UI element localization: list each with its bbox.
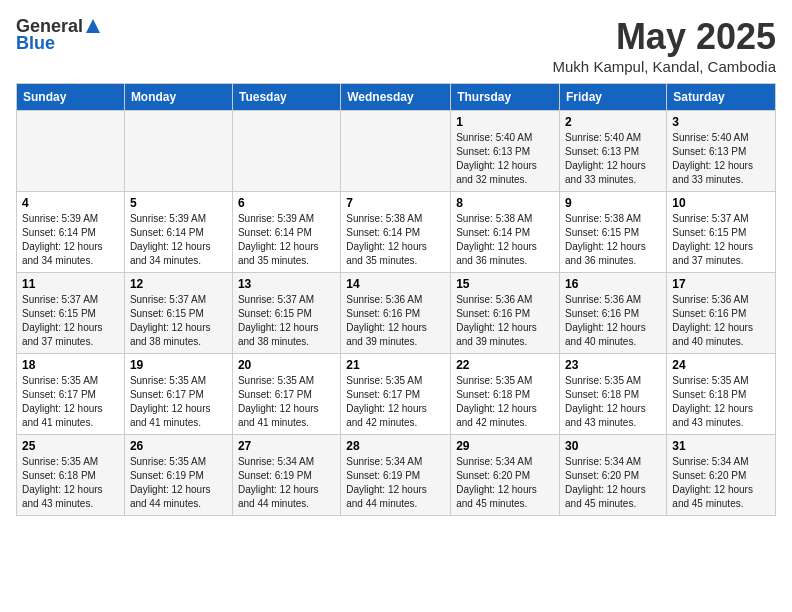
day-detail: Sunrise: 5:38 AMSunset: 6:15 PMDaylight:…: [565, 212, 661, 268]
calendar-cell: 31Sunrise: 5:34 AMSunset: 6:20 PMDayligh…: [667, 435, 776, 516]
weekday-header-row: SundayMondayTuesdayWednesdayThursdayFrid…: [17, 84, 776, 111]
calendar-week-5: 25Sunrise: 5:35 AMSunset: 6:18 PMDayligh…: [17, 435, 776, 516]
day-number: 9: [565, 196, 661, 210]
calendar-cell: 5Sunrise: 5:39 AMSunset: 6:14 PMDaylight…: [124, 192, 232, 273]
calendar-cell: [341, 111, 451, 192]
day-detail: Sunrise: 5:35 AMSunset: 6:17 PMDaylight:…: [130, 374, 227, 430]
logo: General Blue: [16, 16, 102, 54]
day-detail: Sunrise: 5:39 AMSunset: 6:14 PMDaylight:…: [130, 212, 227, 268]
day-number: 16: [565, 277, 661, 291]
calendar-cell: 1Sunrise: 5:40 AMSunset: 6:13 PMDaylight…: [451, 111, 560, 192]
location-title: Mukh Kampul, Kandal, Cambodia: [553, 58, 776, 75]
day-detail: Sunrise: 5:37 AMSunset: 6:15 PMDaylight:…: [672, 212, 770, 268]
calendar-cell: 21Sunrise: 5:35 AMSunset: 6:17 PMDayligh…: [341, 354, 451, 435]
calendar-cell: 22Sunrise: 5:35 AMSunset: 6:18 PMDayligh…: [451, 354, 560, 435]
calendar-cell: 12Sunrise: 5:37 AMSunset: 6:15 PMDayligh…: [124, 273, 232, 354]
day-detail: Sunrise: 5:38 AMSunset: 6:14 PMDaylight:…: [456, 212, 554, 268]
day-detail: Sunrise: 5:37 AMSunset: 6:15 PMDaylight:…: [22, 293, 119, 349]
day-detail: Sunrise: 5:40 AMSunset: 6:13 PMDaylight:…: [672, 131, 770, 187]
day-number: 10: [672, 196, 770, 210]
title-block: May 2025 Mukh Kampul, Kandal, Cambodia: [553, 16, 776, 75]
day-number: 15: [456, 277, 554, 291]
calendar-cell: [124, 111, 232, 192]
day-detail: Sunrise: 5:39 AMSunset: 6:14 PMDaylight:…: [22, 212, 119, 268]
day-detail: Sunrise: 5:40 AMSunset: 6:13 PMDaylight:…: [565, 131, 661, 187]
page-header: General Blue May 2025 Mukh Kampul, Kanda…: [16, 16, 776, 75]
day-detail: Sunrise: 5:36 AMSunset: 6:16 PMDaylight:…: [672, 293, 770, 349]
day-detail: Sunrise: 5:34 AMSunset: 6:19 PMDaylight:…: [238, 455, 335, 511]
calendar-cell: 28Sunrise: 5:34 AMSunset: 6:19 PMDayligh…: [341, 435, 451, 516]
calendar-cell: [232, 111, 340, 192]
day-number: 2: [565, 115, 661, 129]
month-title: May 2025: [553, 16, 776, 58]
day-number: 1: [456, 115, 554, 129]
day-detail: Sunrise: 5:35 AMSunset: 6:17 PMDaylight:…: [22, 374, 119, 430]
day-number: 6: [238, 196, 335, 210]
weekday-header-sunday: Sunday: [17, 84, 125, 111]
day-detail: Sunrise: 5:35 AMSunset: 6:18 PMDaylight:…: [672, 374, 770, 430]
day-detail: Sunrise: 5:38 AMSunset: 6:14 PMDaylight:…: [346, 212, 445, 268]
weekday-header-saturday: Saturday: [667, 84, 776, 111]
day-number: 19: [130, 358, 227, 372]
calendar-cell: 7Sunrise: 5:38 AMSunset: 6:14 PMDaylight…: [341, 192, 451, 273]
calendar-cell: 3Sunrise: 5:40 AMSunset: 6:13 PMDaylight…: [667, 111, 776, 192]
day-detail: Sunrise: 5:37 AMSunset: 6:15 PMDaylight:…: [130, 293, 227, 349]
day-detail: Sunrise: 5:36 AMSunset: 6:16 PMDaylight:…: [456, 293, 554, 349]
day-detail: Sunrise: 5:35 AMSunset: 6:18 PMDaylight:…: [565, 374, 661, 430]
day-detail: Sunrise: 5:34 AMSunset: 6:19 PMDaylight:…: [346, 455, 445, 511]
calendar-cell: 9Sunrise: 5:38 AMSunset: 6:15 PMDaylight…: [560, 192, 667, 273]
day-number: 27: [238, 439, 335, 453]
day-detail: Sunrise: 5:34 AMSunset: 6:20 PMDaylight:…: [456, 455, 554, 511]
day-detail: Sunrise: 5:35 AMSunset: 6:17 PMDaylight:…: [346, 374, 445, 430]
day-number: 28: [346, 439, 445, 453]
day-detail: Sunrise: 5:36 AMSunset: 6:16 PMDaylight:…: [565, 293, 661, 349]
calendar-cell: 26Sunrise: 5:35 AMSunset: 6:19 PMDayligh…: [124, 435, 232, 516]
day-number: 13: [238, 277, 335, 291]
calendar-cell: 17Sunrise: 5:36 AMSunset: 6:16 PMDayligh…: [667, 273, 776, 354]
day-number: 21: [346, 358, 445, 372]
calendar-cell: [17, 111, 125, 192]
weekday-header-tuesday: Tuesday: [232, 84, 340, 111]
calendar-cell: 30Sunrise: 5:34 AMSunset: 6:20 PMDayligh…: [560, 435, 667, 516]
day-detail: Sunrise: 5:34 AMSunset: 6:20 PMDaylight:…: [565, 455, 661, 511]
day-detail: Sunrise: 5:34 AMSunset: 6:20 PMDaylight:…: [672, 455, 770, 511]
day-detail: Sunrise: 5:35 AMSunset: 6:19 PMDaylight:…: [130, 455, 227, 511]
logo-icon: [84, 17, 102, 35]
calendar-cell: 25Sunrise: 5:35 AMSunset: 6:18 PMDayligh…: [17, 435, 125, 516]
calendar-week-2: 4Sunrise: 5:39 AMSunset: 6:14 PMDaylight…: [17, 192, 776, 273]
calendar-cell: 20Sunrise: 5:35 AMSunset: 6:17 PMDayligh…: [232, 354, 340, 435]
calendar-cell: 29Sunrise: 5:34 AMSunset: 6:20 PMDayligh…: [451, 435, 560, 516]
calendar-cell: 2Sunrise: 5:40 AMSunset: 6:13 PMDaylight…: [560, 111, 667, 192]
calendar-week-3: 11Sunrise: 5:37 AMSunset: 6:15 PMDayligh…: [17, 273, 776, 354]
calendar-table: SundayMondayTuesdayWednesdayThursdayFrid…: [16, 83, 776, 516]
day-number: 4: [22, 196, 119, 210]
day-detail: Sunrise: 5:39 AMSunset: 6:14 PMDaylight:…: [238, 212, 335, 268]
weekday-header-wednesday: Wednesday: [341, 84, 451, 111]
day-number: 26: [130, 439, 227, 453]
weekday-header-thursday: Thursday: [451, 84, 560, 111]
calendar-cell: 4Sunrise: 5:39 AMSunset: 6:14 PMDaylight…: [17, 192, 125, 273]
day-number: 23: [565, 358, 661, 372]
calendar-cell: 11Sunrise: 5:37 AMSunset: 6:15 PMDayligh…: [17, 273, 125, 354]
day-number: 7: [346, 196, 445, 210]
calendar-cell: 19Sunrise: 5:35 AMSunset: 6:17 PMDayligh…: [124, 354, 232, 435]
day-number: 8: [456, 196, 554, 210]
day-number: 30: [565, 439, 661, 453]
day-detail: Sunrise: 5:35 AMSunset: 6:18 PMDaylight:…: [456, 374, 554, 430]
day-detail: Sunrise: 5:35 AMSunset: 6:17 PMDaylight:…: [238, 374, 335, 430]
day-number: 3: [672, 115, 770, 129]
svg-marker-0: [86, 19, 100, 33]
calendar-cell: 18Sunrise: 5:35 AMSunset: 6:17 PMDayligh…: [17, 354, 125, 435]
calendar-cell: 14Sunrise: 5:36 AMSunset: 6:16 PMDayligh…: [341, 273, 451, 354]
weekday-header-monday: Monday: [124, 84, 232, 111]
calendar-week-4: 18Sunrise: 5:35 AMSunset: 6:17 PMDayligh…: [17, 354, 776, 435]
calendar-week-1: 1Sunrise: 5:40 AMSunset: 6:13 PMDaylight…: [17, 111, 776, 192]
day-detail: Sunrise: 5:36 AMSunset: 6:16 PMDaylight:…: [346, 293, 445, 349]
weekday-header-friday: Friday: [560, 84, 667, 111]
calendar-cell: 8Sunrise: 5:38 AMSunset: 6:14 PMDaylight…: [451, 192, 560, 273]
day-detail: Sunrise: 5:37 AMSunset: 6:15 PMDaylight:…: [238, 293, 335, 349]
day-number: 5: [130, 196, 227, 210]
calendar-cell: 27Sunrise: 5:34 AMSunset: 6:19 PMDayligh…: [232, 435, 340, 516]
day-number: 20: [238, 358, 335, 372]
day-number: 22: [456, 358, 554, 372]
